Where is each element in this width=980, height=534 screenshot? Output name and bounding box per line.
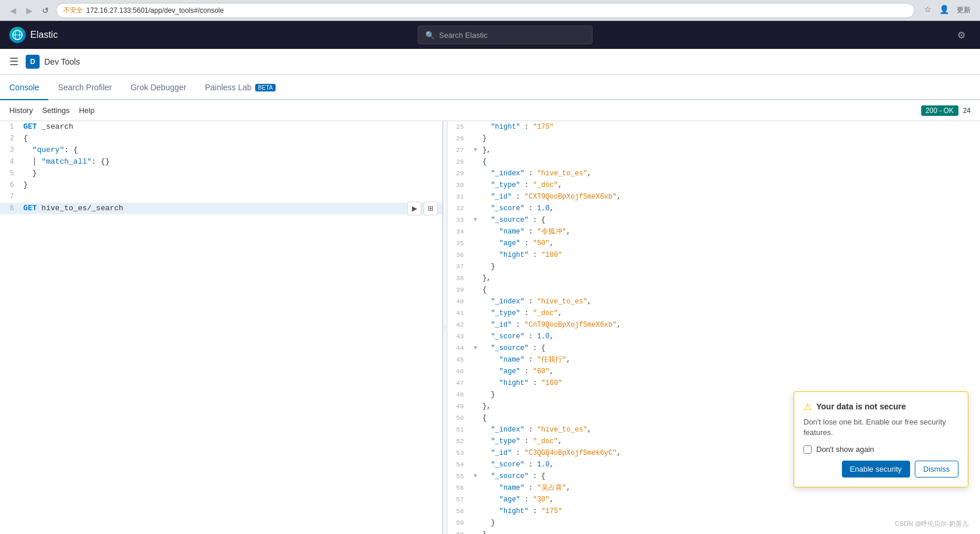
editor-panel: 1 GET _search 2 { 3 "query": { 4 │ "matc… <box>0 121 443 534</box>
settings-toolbar-button[interactable]: Settings <box>42 104 69 117</box>
beta-badge: BETA <box>255 84 276 91</box>
response-line: 58 "hight" : "175" <box>447 505 980 517</box>
response-line: 38}, <box>447 273 980 284</box>
app-header: ☰ D Dev Tools <box>0 49 980 75</box>
response-line: 42 "_id" : "CnT9QooBpXojfSmeX6xb", <box>447 319 980 331</box>
dismiss-button[interactable]: Dismiss <box>915 461 959 478</box>
response-line: 46 "age" : "60", <box>447 366 980 377</box>
watermark: CSDN @呼伦贝尔-奶蛋儿 <box>895 519 968 528</box>
browser-actions: ☆ 👤 更新 <box>924 5 973 16</box>
editor-line-7: 7 <box>0 191 442 203</box>
response-line: 29 "_index" : "hive_to_es", <box>447 168 980 179</box>
search-bar[interactable]: 🔍 Search Elastic <box>418 26 593 44</box>
header-right: ⚙ <box>952 26 971 44</box>
search-bar-container: 🔍 Search Elastic <box>65 26 945 44</box>
warning-icon: ⚠ <box>803 401 812 412</box>
response-line: 25 "hight" : "175" <box>447 121 980 133</box>
editor-line-4: 4 │ "match_all": {} <box>0 156 442 168</box>
elastic-logo-text: Elastic <box>30 30 58 40</box>
response-line: 43 "_score" : 1.0, <box>447 331 980 342</box>
notification-title: Your data is not secure <box>816 402 906 411</box>
response-line: 37 } <box>447 261 980 273</box>
tab-search-profiler[interactable]: Search Profiler <box>48 76 121 100</box>
response-line: 40 "_index" : "hive_to_es", <box>447 296 980 307</box>
reload-button[interactable]: ↺ <box>40 5 51 16</box>
tab-painless-lab[interactable]: Painless Lab BETA <box>196 76 285 100</box>
dont-show-label[interactable]: Don't show again <box>816 445 874 454</box>
breadcrumb: D Dev Tools <box>26 55 80 69</box>
copy-curl-button[interactable]: ⊞ <box>424 201 438 215</box>
address-text: 172.16.27.133:5601/app/dev_tools#/consol… <box>86 6 224 15</box>
response-line: 47 "hight" : "160" <box>447 377 980 389</box>
browser-chrome: ◀ ▶ ↺ 不安全 172.16.27.133:5601/app/dev_too… <box>0 0 980 21</box>
status-badge: 200 - OK <box>921 105 958 116</box>
notification-header: ⚠ Your data is not secure <box>803 401 958 412</box>
response-line: 39{ <box>447 284 980 296</box>
response-line: 26} <box>447 133 980 144</box>
enable-security-button[interactable]: Enable security <box>842 461 910 478</box>
elastic-logo: Elastic <box>9 27 58 43</box>
hamburger-button[interactable]: ☰ <box>9 55 19 68</box>
notification-actions: Enable security Dismiss <box>803 461 958 478</box>
help-button[interactable]: Help <box>79 104 94 117</box>
run-button[interactable]: ▶ <box>407 201 421 215</box>
bookmark-icon[interactable]: ☆ <box>924 5 935 15</box>
tabs-bar: Console Search Profiler Grok Debugger Pa… <box>0 75 980 100</box>
security-warning: 不安全 <box>64 6 83 15</box>
search-placeholder: Search Elastic <box>439 31 488 40</box>
response-status: 200 - OK 24 <box>921 105 971 116</box>
editor-line-3: 3 "query": { <box>0 144 442 156</box>
notification-popup: ⚠ Your data is not secure Don't lose one… <box>794 391 968 487</box>
back-button[interactable]: ◀ <box>7 5 19 16</box>
avatar: D <box>26 55 40 69</box>
editor-line-5: 5 } <box>0 168 442 179</box>
response-line: 27▼}, <box>447 144 980 156</box>
update-button[interactable]: 更新 <box>954 5 973 16</box>
response-line: 28{ <box>447 156 980 168</box>
editor-line-2: 2 { <box>0 133 442 144</box>
response-line: 30 "_type" : "_doc", <box>447 179 980 191</box>
profile-icon[interactable]: 👤 <box>939 5 950 15</box>
response-line: 34 "name" : "令狐冲", <box>447 226 980 238</box>
forward-button[interactable]: ▶ <box>23 5 35 16</box>
response-line: 36 "hight" : "180" <box>447 249 980 261</box>
response-line: 60}, <box>447 529 980 534</box>
dont-show-row: Don't show again <box>803 445 958 454</box>
address-bar[interactable]: 不安全 172.16.27.133:5601/app/dev_tools#/co… <box>56 3 915 18</box>
line-count: 24 <box>963 107 971 115</box>
response-line: 33▼ "_source" : { <box>447 214 980 226</box>
toolbar: History Settings Help 200 - OK 24 <box>0 100 980 121</box>
notification-body: Don't lose one bit. Enable our free secu… <box>803 417 958 438</box>
editor-line-6: 6 } <box>0 179 442 191</box>
breadcrumb-text: Dev Tools <box>44 57 80 66</box>
settings-button[interactable]: ⚙ <box>952 26 971 44</box>
panel-divider[interactable]: ⋮ <box>443 121 447 534</box>
response-line: 41 "_type" : "_doc", <box>447 307 980 319</box>
elastic-header: Elastic 🔍 Search Elastic ⚙ <box>0 21 980 49</box>
editor-line-1: 1 GET _search <box>0 121 442 133</box>
tab-grok-debugger[interactable]: Grok Debugger <box>121 76 196 100</box>
response-line: 45 "name" : "任我行", <box>447 354 980 366</box>
response-line: 35 "age" : "50", <box>447 238 980 249</box>
response-line: 44▼ "_source" : { <box>447 342 980 354</box>
elastic-logo-icon <box>9 27 26 43</box>
history-button[interactable]: History <box>9 104 33 117</box>
tab-console[interactable]: Console <box>0 76 48 100</box>
response-line: 31 "_id" : "CXT9QooBpXojfSmeX6xb", <box>447 191 980 203</box>
response-line: 32 "_score" : 1.0, <box>447 203 980 214</box>
editor-line-8: 8 GET hive_to_es/_search ▶ ⊞ <box>0 203 442 214</box>
response-line: 57 "age" : "30", <box>447 494 980 505</box>
dont-show-checkbox[interactable] <box>803 445 812 454</box>
search-icon: 🔍 <box>425 31 435 40</box>
